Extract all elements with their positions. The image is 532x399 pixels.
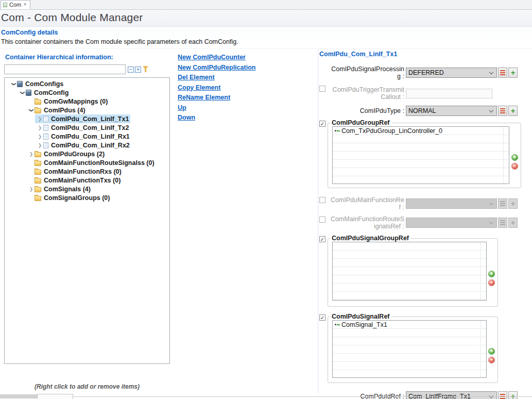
compduidref-dropdown[interactable]: Com_LinIfFrame_Tx1 bbox=[406, 391, 497, 399]
horizontal-scrollbar-track bbox=[73, 396, 532, 397]
expander-icon[interactable] bbox=[20, 89, 25, 96]
tree-item-commainfunctionrxs[interactable]: ComMainFunctionRxs (0) bbox=[5, 167, 169, 176]
table-row[interactable] bbox=[333, 143, 509, 152]
expander-icon[interactable] bbox=[37, 125, 43, 130]
tree-item-commainfunctiontxs[interactable]: ComMainFunctionTxs (0) bbox=[5, 176, 169, 185]
comipdutriggertransmitcallout-checkbox[interactable] bbox=[319, 86, 325, 92]
tree-item-comipdus[interactable]: ComIPdus (4) bbox=[5, 106, 169, 114]
browse-values-button[interactable] bbox=[498, 198, 507, 209]
tree-item-comipdugroups[interactable]: ComIPduGroups (2) bbox=[5, 149, 169, 158]
comipdusignalref-table[interactable]: ComSignal_Tx1 bbox=[332, 320, 487, 378]
table-row[interactable] bbox=[333, 267, 486, 275]
field-label: ComIPduTriggerTransmit Callout : bbox=[328, 86, 406, 101]
action-up[interactable]: Up bbox=[178, 103, 255, 113]
tree-item-comipdu-tx1[interactable]: ComIPdu_Com_LinIf_Tx1 bbox=[5, 114, 169, 123]
expander-icon[interactable] bbox=[37, 134, 43, 139]
add-value-button[interactable] bbox=[508, 68, 518, 78]
browse-values-button[interactable] bbox=[498, 106, 507, 116]
action-del-element[interactable]: Del Element bbox=[178, 73, 255, 83]
field-commainfunctionroutesignalsref: ComMainFunctionRouteS ignalsRef : bbox=[319, 214, 531, 231]
expander-icon[interactable] bbox=[37, 117, 43, 122]
add-reference-button[interactable] bbox=[488, 271, 495, 277]
expander-icon[interactable] bbox=[28, 152, 35, 157]
tree-item-comconfig[interactable]: ComConfig bbox=[5, 88, 169, 97]
action-down[interactable]: Down bbox=[178, 113, 255, 123]
tree-filter-input[interactable] bbox=[4, 64, 126, 74]
table-row[interactable] bbox=[333, 176, 509, 184]
table-row[interactable] bbox=[333, 337, 486, 345]
horizontal-scrollbar-thumb[interactable] bbox=[37, 394, 73, 399]
field-comipdugroupref: ComIPduGroupRef Com_TxPduGroup_LinContro… bbox=[319, 119, 531, 191]
collapse-all-icon[interactable] bbox=[128, 66, 134, 73]
tree-item-comipdu-rx2[interactable]: ComIPdu_Com_LinIf_Rx2 bbox=[5, 141, 169, 149]
remove-reference-button[interactable] bbox=[488, 279, 495, 286]
table-row[interactable]: ComSignal_Tx1 bbox=[333, 321, 486, 329]
close-icon[interactable] bbox=[23, 3, 27, 7]
table-row[interactable] bbox=[333, 354, 486, 362]
tree-panel-label: Container Hierarchical information: bbox=[5, 54, 113, 61]
table-row[interactable] bbox=[333, 275, 486, 284]
table-row[interactable] bbox=[333, 329, 486, 337]
tree-item-commainfunctionroutesignalss[interactable]: ComMainFunctionRouteSignalss (0) bbox=[5, 158, 169, 167]
comipdumainfunctionref-dropdown[interactable] bbox=[406, 198, 497, 209]
comipdugroupref-table[interactable]: Com_TxPduGroup_LinController_0 bbox=[332, 126, 509, 184]
add-value-button[interactable] bbox=[508, 106, 518, 116]
comipdutype-dropdown[interactable]: NORMAL bbox=[406, 106, 497, 116]
remove-reference-button[interactable] bbox=[511, 163, 518, 170]
tree-item-comsignals[interactable]: ComSignals (4) bbox=[5, 185, 169, 193]
tree-item-label: ComMainFunctionTxs (0) bbox=[44, 177, 121, 184]
add-value-button[interactable] bbox=[508, 198, 518, 209]
table-row[interactable] bbox=[333, 259, 486, 267]
table-row[interactable] bbox=[333, 160, 509, 168]
add-value-button[interactable] bbox=[508, 218, 518, 228]
container-tree[interactable]: ComConfigs ComConfig ComGwMappings (0) C… bbox=[4, 77, 170, 364]
expander-icon[interactable] bbox=[11, 80, 16, 87]
tree-item-comsignalgroups[interactable]: ComSignalGroups (0) bbox=[5, 193, 169, 202]
table-row[interactable] bbox=[333, 135, 509, 143]
table-row[interactable] bbox=[333, 362, 486, 370]
action-new-comipducounter[interactable]: New ComIPduCounter bbox=[178, 53, 255, 63]
table-row[interactable] bbox=[333, 251, 486, 259]
action-rename-element[interactable]: ReName Element bbox=[178, 93, 255, 103]
table-row[interactable] bbox=[333, 242, 486, 251]
comipdusignalgroupref-table[interactable] bbox=[332, 242, 487, 301]
add-reference-button[interactable] bbox=[488, 348, 495, 355]
table-row[interactable] bbox=[333, 292, 486, 300]
table-row[interactable] bbox=[333, 370, 486, 378]
horizontal-scrollbar-segment[interactable] bbox=[0, 394, 37, 398]
tab-com[interactable]: Com bbox=[1, 0, 30, 9]
comipdusignalref-checkbox[interactable] bbox=[319, 314, 325, 321]
add-value-button[interactable] bbox=[508, 391, 518, 399]
table-row[interactable] bbox=[333, 168, 509, 176]
comipdutriggertransmitcallout-input[interactable] bbox=[406, 89, 492, 98]
browse-values-button[interactable] bbox=[498, 391, 507, 399]
expand-all-icon[interactable] bbox=[135, 66, 141, 73]
comipdusignalgroupref-checkbox[interactable] bbox=[319, 236, 325, 242]
filter-icon[interactable] bbox=[143, 66, 148, 73]
browse-values-button[interactable] bbox=[498, 68, 507, 78]
table-row[interactable] bbox=[333, 284, 486, 292]
table-row[interactable]: Com_TxPduGroup_LinController_0 bbox=[333, 127, 509, 135]
comipdumainfunctionref-checkbox[interactable] bbox=[319, 197, 325, 203]
expander-icon[interactable] bbox=[28, 187, 35, 192]
commainfunctionroutesignalsref-dropdown[interactable] bbox=[406, 218, 497, 228]
remove-reference-button[interactable] bbox=[488, 357, 495, 363]
action-new-comipdureplication[interactable]: New ComIPduReplication bbox=[178, 63, 255, 73]
table-row[interactable] bbox=[333, 152, 509, 160]
tree-item-comgwmappings[interactable]: ComGwMappings (0) bbox=[5, 97, 169, 106]
chevron-down-icon bbox=[489, 220, 493, 224]
tree-item-label: ComGwMappings (0) bbox=[44, 98, 108, 105]
expander-icon[interactable] bbox=[37, 143, 43, 148]
plus-icon bbox=[511, 220, 515, 226]
add-reference-button[interactable] bbox=[511, 154, 518, 161]
expander-icon[interactable] bbox=[29, 107, 34, 113]
table-row[interactable] bbox=[333, 345, 486, 354]
browse-values-button[interactable] bbox=[498, 218, 507, 228]
tree-item-comipdu-tx2[interactable]: ComIPdu_Com_LinIf_Tx2 bbox=[5, 123, 169, 132]
commainfunctionroutesignalsref-checkbox[interactable] bbox=[319, 217, 325, 223]
action-copy-element[interactable]: Copy Element bbox=[178, 83, 255, 93]
tree-item-comipdu-rx1[interactable]: ComIPdu_Com_LinIf_Rx1 bbox=[5, 132, 169, 141]
tree-item-comconfigs[interactable]: ComConfigs bbox=[5, 79, 169, 88]
comipdugroupref-checkbox[interactable] bbox=[319, 121, 325, 127]
comipdusignalprocessing-dropdown[interactable]: DEFERRED bbox=[406, 68, 497, 78]
